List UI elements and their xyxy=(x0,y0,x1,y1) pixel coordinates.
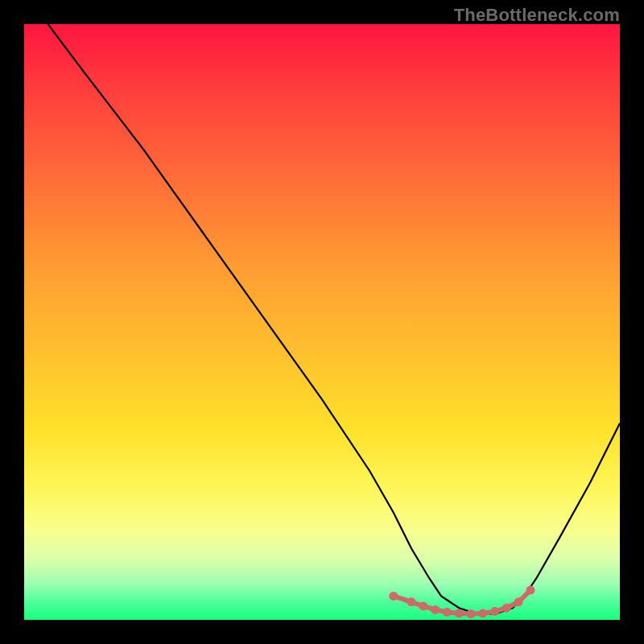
chart-container: TheBottleneck.com xyxy=(0,0,644,644)
optimal-range-markers xyxy=(389,586,535,619)
optimal-range-dot xyxy=(526,586,535,595)
optimal-range-dot xyxy=(514,597,523,606)
optimal-range-dot xyxy=(467,609,476,618)
optimal-range-dot xyxy=(490,607,499,616)
watermark-text: TheBottleneck.com xyxy=(454,5,620,26)
optimal-range-dot xyxy=(502,604,511,613)
optimal-range-dot xyxy=(431,605,440,614)
optimal-range-dot xyxy=(389,592,398,601)
optimal-range-line xyxy=(394,590,530,614)
optimal-range-dot xyxy=(407,597,416,606)
chart-svg xyxy=(24,24,620,620)
plot-area xyxy=(24,24,620,620)
optimal-range-dot xyxy=(419,602,427,611)
optimal-range-dot xyxy=(443,608,452,617)
optimal-range-dot xyxy=(455,609,464,617)
bottleneck-curve xyxy=(48,24,620,614)
optimal-range-dot xyxy=(478,609,487,617)
